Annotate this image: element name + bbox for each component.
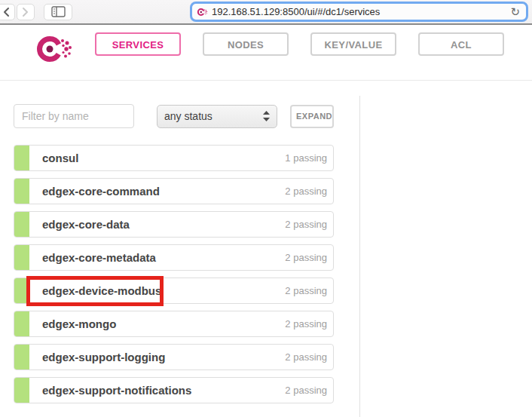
consul-ui-page: SERVICESNODESKEY/VALUEACL any status EXP…	[0, 25, 532, 417]
service-name: consul	[42, 152, 78, 164]
service-status-count: 2 passing	[285, 318, 327, 330]
status-select-value: any status	[164, 110, 263, 122]
service-name: edgex-core-data	[42, 218, 130, 231]
back-button[interactable]	[0, 4, 15, 20]
stepper-icon	[263, 111, 270, 121]
status-select[interactable]: any status	[157, 105, 277, 128]
service-name: edgex-mongo	[42, 317, 116, 330]
service-row-edgex-mongo[interactable]: edgex-mongo 2 passing	[14, 311, 334, 337]
service-row-edgex-core-data[interactable]: edgex-core-data 2 passing	[14, 211, 334, 238]
sidebar-toggle-button[interactable]	[44, 4, 72, 20]
service-health-bar	[14, 378, 29, 403]
service-health-bar	[14, 146, 29, 170]
service-row-edgex-support-logging[interactable]: edgex-support-logging 2 passing	[14, 344, 334, 370]
service-health-bar	[14, 179, 29, 204]
reload-icon[interactable]: ↻	[510, 6, 521, 17]
tab-nodes[interactable]: NODES	[203, 32, 289, 56]
service-status-count: 1 passing	[285, 152, 327, 164]
consul-favicon	[197, 7, 208, 17]
url-text: 192.168.51.129:8500/ui/#/dc1/services	[212, 6, 510, 17]
expand-button[interactable]: EXPAND	[290, 105, 334, 128]
service-row-consul[interactable]: consul 1 passing	[14, 145, 334, 171]
service-row-edgex-core-metadata[interactable]: edgex-core-metadata 2 passing	[14, 244, 334, 271]
consul-logo	[35, 32, 74, 66]
chevron-right-icon	[22, 7, 29, 17]
service-status-count: 2 passing	[285, 186, 327, 197]
service-row-edgex-device-modbus[interactable]: edgex-device-modbus 2 passing	[14, 277, 334, 304]
service-status-count: 2 passing	[285, 219, 327, 230]
service-name: edgex-core-command	[42, 185, 160, 198]
chevron-left-icon	[2, 7, 10, 17]
service-status-count: 2 passing	[285, 252, 327, 263]
service-name: edgex-device-modbus	[42, 284, 161, 297]
service-row-edgex-core-command[interactable]: edgex-core-command 2 passing	[14, 178, 334, 204]
tab-acl[interactable]: ACL	[418, 32, 504, 56]
tab-services[interactable]: SERVICES	[95, 32, 181, 56]
service-health-bar	[14, 345, 29, 369]
sidebar-icon	[51, 6, 66, 17]
service-status-count: 2 passing	[285, 351, 327, 363]
browser-toolbar: 192.168.51.129:8500/ui/#/dc1/services ↻	[0, 0, 532, 25]
nav-tabs: SERVICESNODESKEY/VALUEACL	[95, 32, 504, 56]
panel-divider	[359, 96, 360, 417]
content-area: any status EXPAND consul 1 passing edgex…	[0, 81, 532, 417]
forward-button[interactable]	[17, 4, 35, 20]
filter-toolbar: any status EXPAND	[14, 104, 334, 128]
url-bar[interactable]: 192.168.51.129:8500/ui/#/dc1/services ↻	[190, 2, 528, 22]
tab-key-value[interactable]: KEY/VALUE	[310, 32, 396, 56]
service-status-count: 2 passing	[285, 285, 327, 296]
service-name: edgex-support-logging	[42, 351, 165, 363]
service-health-bar	[14, 245, 29, 270]
filter-input[interactable]	[14, 104, 134, 128]
service-health-bar	[14, 278, 29, 303]
service-list: consul 1 passing edgex-core-command 2 pa…	[14, 145, 334, 410]
service-status-count: 2 passing	[285, 385, 327, 396]
service-row-edgex-support-notifications[interactable]: edgex-support-notifications 2 passing	[14, 377, 334, 403]
service-health-bar	[14, 311, 29, 336]
service-name: edgex-core-metadata	[42, 251, 156, 264]
service-health-bar	[14, 212, 29, 237]
service-name: edgex-support-notifications	[42, 384, 191, 397]
page-header: SERVICESNODESKEY/VALUEACL	[0, 25, 532, 81]
